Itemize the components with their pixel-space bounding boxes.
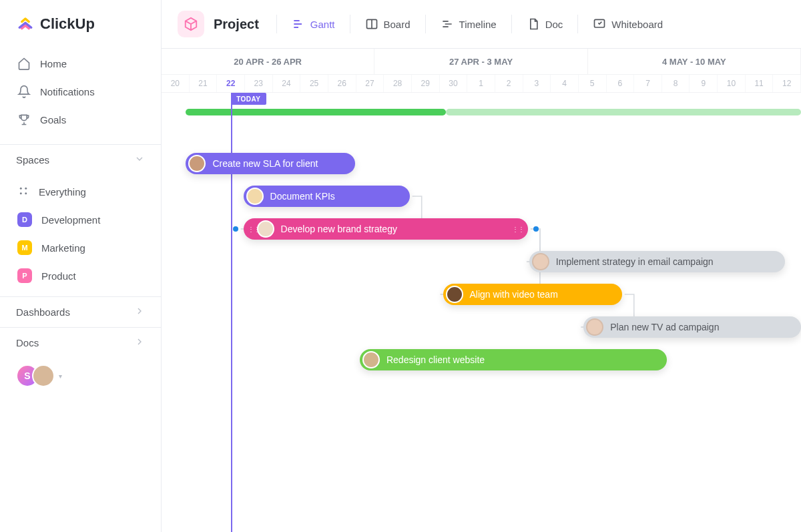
section-label: Spaces: [16, 154, 49, 166]
avatar: [188, 155, 206, 172]
avatar: [532, 253, 549, 270]
nav-notifications[interactable]: Notifications: [7, 77, 154, 105]
space-everything[interactable]: Everything: [7, 178, 154, 206]
space-label: Marketing: [41, 242, 85, 254]
day-cell[interactable]: 26: [328, 75, 356, 92]
day-cell[interactable]: 9: [690, 75, 718, 92]
view-label: Doc: [545, 19, 563, 30]
day-cell[interactable]: 22: [217, 75, 245, 92]
overall-progress-done: [186, 109, 446, 115]
chevron-down-icon: [134, 154, 145, 166]
overall-progress-remaining: [446, 109, 801, 115]
gantt-chart[interactable]: TODAYCreate new SLA for clientDocument K…: [162, 93, 801, 532]
day-cell[interactable]: 8: [662, 75, 690, 92]
week-cell: 20 APR - 26 APR: [162, 49, 374, 74]
resize-handle-right[interactable]: ⋮⋮: [512, 226, 524, 233]
gantt-task[interactable]: ⋮⋮Develop new brand strategy⋮⋮: [244, 218, 528, 240]
space-product[interactable]: P Product: [7, 262, 154, 290]
day-cell[interactable]: 28: [384, 75, 412, 92]
space-label: Product: [41, 270, 76, 282]
day-cell[interactable]: 5: [579, 75, 607, 92]
view-gantt[interactable]: Gantt: [285, 13, 342, 35]
caret-down-icon: ▾: [59, 372, 62, 380]
day-cell[interactable]: 2: [495, 75, 523, 92]
view-timeline[interactable]: Timeline: [434, 13, 503, 35]
gantt-icon: [292, 17, 305, 31]
task-label: Redesign client website: [386, 354, 485, 365]
view-doc[interactable]: Doc: [520, 13, 570, 35]
home-icon: [17, 57, 31, 70]
logo[interactable]: ClickUp: [0, 15, 161, 45]
view-board[interactable]: Board: [358, 13, 417, 35]
space-label: Everything: [39, 186, 86, 198]
day-cell[interactable]: 29: [412, 75, 440, 92]
view-label: Board: [384, 19, 411, 30]
day-cell[interactable]: 4: [551, 75, 579, 92]
nav-label: Home: [40, 58, 67, 69]
svg-point-3: [25, 192, 27, 194]
week-cell: 27 APR - 3 MAY: [374, 49, 587, 74]
day-cell[interactable]: 6: [607, 75, 635, 92]
avatar: [246, 188, 264, 205]
task-label: Develop new brand strategy: [281, 224, 397, 234]
day-cell[interactable]: 7: [634, 75, 662, 92]
gantt-task[interactable]: Redesign client website: [360, 349, 667, 370]
dashboards-header[interactable]: Dashboards: [0, 296, 161, 327]
doc-icon: [527, 17, 540, 31]
separator: [350, 15, 350, 33]
resize-handle-left[interactable]: ⋮⋮: [248, 226, 260, 233]
timeline-icon: [441, 17, 454, 31]
gantt-task[interactable]: Align with video team: [443, 284, 622, 305]
svg-point-1: [25, 187, 27, 189]
view-whiteboard[interactable]: Whiteboard: [586, 13, 670, 35]
trophy-icon: [17, 113, 31, 126]
gantt-task[interactable]: Plan new TV ad campaign: [583, 316, 801, 338]
docs-header[interactable]: Docs: [0, 327, 161, 358]
day-cell[interactable]: 25: [300, 75, 328, 92]
gantt-task[interactable]: Implement strategy in email campaign: [529, 251, 785, 272]
chevron-right-icon: [134, 336, 145, 349]
spaces-header[interactable]: Spaces: [0, 144, 161, 175]
space-label: Development: [41, 214, 100, 226]
board-icon: [365, 17, 378, 31]
section-label: Docs: [16, 337, 39, 348]
timeline-header: 20 APR - 26 APR27 APR - 3 MAY4 MAY - 10 …: [162, 48, 801, 93]
day-cell[interactable]: 11: [746, 75, 774, 92]
avatar: [586, 318, 603, 336]
dependency-dot[interactable]: [533, 226, 539, 232]
section-label: Dashboards: [16, 306, 70, 318]
avatar: [446, 286, 463, 303]
nav-label: Goals: [40, 114, 66, 125]
whiteboard-icon: [593, 17, 606, 31]
task-label: Document KPIs: [270, 191, 335, 202]
day-cell[interactable]: 10: [718, 75, 746, 92]
nav-goals[interactable]: Goals: [7, 105, 154, 134]
space-development[interactable]: D Development: [7, 206, 154, 234]
user-switcher[interactable]: S ▾: [0, 358, 161, 394]
day-cell[interactable]: 27: [356, 75, 384, 92]
view-label: Whiteboard: [611, 19, 663, 30]
separator: [577, 15, 578, 33]
day-cell[interactable]: 12: [773, 75, 801, 92]
day-cell[interactable]: 30: [440, 75, 468, 92]
topbar: Project Gantt Board Timeline Doc: [162, 0, 801, 48]
task-label: Align with video team: [470, 289, 558, 300]
dependency-dot[interactable]: [233, 226, 238, 232]
avatar: [32, 364, 55, 387]
space-marketing[interactable]: M Marketing: [7, 234, 154, 262]
project-icon[interactable]: [178, 11, 204, 37]
bell-icon: [17, 85, 31, 98]
nav-home[interactable]: Home: [7, 49, 154, 77]
today-flag: TODAY: [231, 93, 266, 105]
gantt-task[interactable]: Document KPIs: [244, 186, 410, 207]
day-cell[interactable]: 20: [162, 75, 190, 92]
clickup-logo-icon: [16, 15, 35, 33]
day-cell[interactable]: 23: [245, 75, 273, 92]
day-cell[interactable]: 21: [190, 75, 218, 92]
gantt-task[interactable]: Create new SLA for client: [186, 153, 355, 174]
day-cell[interactable]: 3: [523, 75, 551, 92]
primary-nav: Home Notifications Goals: [0, 45, 161, 138]
day-cell[interactable]: 24: [273, 75, 301, 92]
day-cell[interactable]: 1: [467, 75, 495, 92]
grid-dots-icon: [17, 185, 29, 199]
